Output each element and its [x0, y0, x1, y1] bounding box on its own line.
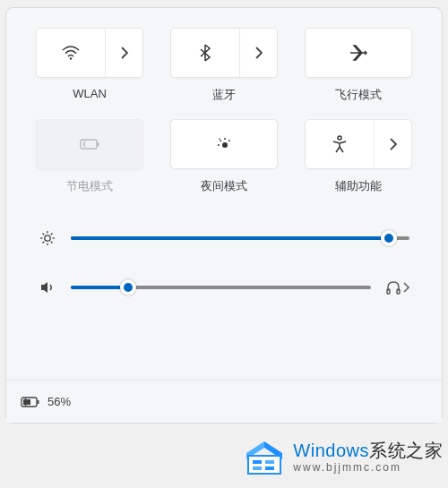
battery-status[interactable]: 56%: [19, 395, 71, 408]
bottom-bar: 56%: [6, 380, 442, 423]
tile-battery-saver-label: 节电模式: [66, 178, 113, 194]
tile-night[interactable]: [170, 119, 278, 169]
headphones-icon: [385, 280, 401, 295]
accessibility-icon: [332, 135, 348, 153]
tile-wlan-label: WLAN: [73, 87, 107, 100]
chevron-right-icon: [121, 47, 128, 59]
tile-accessibility-group: 辅助功能: [304, 119, 413, 194]
svg-marker-24: [264, 441, 282, 459]
svg-rect-29: [253, 467, 262, 470]
tile-airplane-label: 飞行模式: [335, 87, 382, 103]
brightness-icon: [39, 230, 56, 246]
chevron-right-icon: [403, 282, 409, 293]
tile-bluetooth[interactable]: [170, 28, 278, 78]
svg-point-8: [219, 138, 220, 140]
svg-line-16: [51, 242, 53, 244]
volume-row: [39, 280, 409, 295]
svg-marker-25: [246, 441, 264, 459]
tile-accessibility-label: 辅助功能: [335, 178, 382, 194]
svg-rect-30: [265, 467, 274, 470]
svg-rect-22: [38, 400, 39, 404]
svg-point-3: [222, 142, 228, 148]
night-light-icon: [215, 135, 233, 153]
tile-accessibility-toggle[interactable]: [306, 120, 374, 168]
svg-point-9: [338, 136, 341, 140]
tile-bluetooth-label: 蓝牙: [212, 87, 236, 103]
brightness-slider[interactable]: [71, 236, 409, 240]
svg-rect-27: [253, 460, 262, 464]
svg-rect-2: [98, 142, 99, 146]
watermark-brand: Windows: [293, 441, 369, 460]
svg-line-7: [220, 140, 220, 141]
tile-night-group: 夜间模式: [169, 119, 279, 194]
svg-point-10: [45, 235, 50, 241]
tile-night-label: 夜间模式: [201, 178, 247, 194]
tile-battery-saver: [36, 119, 143, 169]
svg-rect-28: [265, 460, 274, 464]
svg-rect-1: [81, 140, 97, 149]
brightness-thumb[interactable]: [381, 230, 397, 246]
tile-wlan-toggle[interactable]: [37, 29, 105, 77]
battery-percent-text: 56%: [47, 395, 71, 408]
audio-output-button[interactable]: [385, 280, 409, 295]
watermark-text: Windows系统之家 www.bjjmmc.com: [293, 441, 443, 474]
watermark-url: www.bjjmmc.com: [293, 462, 443, 474]
watermark-line1: Windows系统之家: [293, 441, 443, 460]
svg-line-18: [51, 234, 53, 235]
tile-airplane[interactable]: [305, 28, 412, 78]
tile-accessibility[interactable]: [305, 119, 412, 169]
tile-bluetooth-group: 蓝牙: [169, 28, 279, 103]
chevron-right-icon: [255, 47, 263, 59]
tile-wlan-group: WLAN: [35, 28, 144, 103]
chevron-right-icon: [390, 138, 397, 150]
battery-saver-icon: [78, 137, 101, 151]
watermark-rest: 系统之家: [369, 441, 443, 460]
svg-line-17: [43, 242, 45, 244]
tile-wlan[interactable]: [36, 28, 143, 78]
tile-bluetooth-expand[interactable]: [239, 29, 277, 77]
brightness-row: [39, 230, 409, 246]
battery-charging-icon: [19, 396, 40, 408]
quick-settings-panel: WLAN 蓝牙: [5, 7, 443, 424]
bluetooth-icon: [199, 44, 211, 62]
volume-thumb[interactable]: [120, 279, 136, 295]
sliders-area: [6, 194, 442, 295]
tile-airplane-group: 飞行模式: [304, 28, 413, 103]
tiles-grid: WLAN 蓝牙: [6, 8, 442, 194]
svg-line-5: [228, 140, 229, 141]
tile-bluetooth-toggle[interactable]: [171, 29, 239, 77]
airplane-icon: [349, 44, 368, 62]
tile-accessibility-expand[interactable]: [374, 120, 411, 168]
svg-point-0: [70, 57, 72, 59]
wifi-icon: [62, 46, 80, 60]
tile-battery-saver-group: 节电模式: [35, 119, 144, 194]
watermark-logo-icon: [243, 438, 286, 477]
brightness-fill: [71, 236, 389, 240]
volume-slider[interactable]: [71, 286, 371, 289]
volume-icon[interactable]: [39, 280, 56, 295]
svg-line-15: [43, 234, 45, 235]
tile-wlan-expand[interactable]: [105, 29, 142, 77]
svg-rect-23: [23, 399, 30, 405]
watermark: Windows系统之家 www.bjjmmc.com: [243, 432, 443, 483]
svg-rect-26: [248, 456, 280, 474]
